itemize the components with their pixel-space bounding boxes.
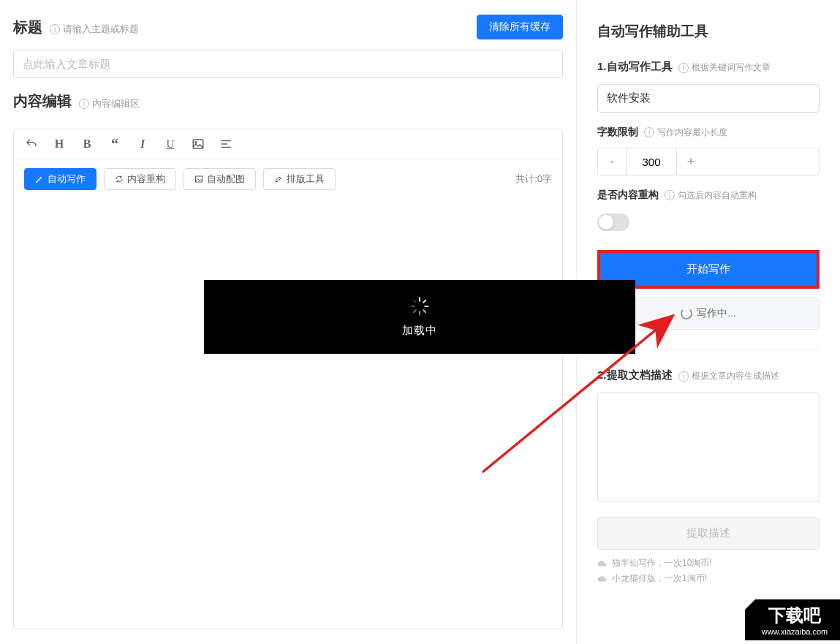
svg-rect-9 [423, 309, 427, 314]
quote-icon[interactable]: “ [107, 137, 122, 151]
editor-textarea[interactable] [14, 199, 562, 629]
layout-tool-button[interactable]: 排版工具 [263, 168, 336, 190]
underline-icon[interactable]: U [163, 137, 178, 151]
info-icon: i [79, 99, 89, 109]
svg-rect-7 [423, 299, 427, 303]
watermark-logo: 下载吧 www.xiazaiba.com [745, 599, 840, 640]
restructure-hint: i 勾选后内容自动重构 [665, 189, 757, 202]
tool-icon [274, 175, 283, 183]
clear-cache-button[interactable]: 清除所有缓存 [477, 15, 563, 39]
section1-title: 1.自动写作工具 [597, 60, 673, 74]
spinner-icon [409, 296, 430, 317]
picture-icon [194, 175, 203, 183]
svg-text:www.xiazaiba.com: www.xiazaiba.com [761, 627, 828, 636]
svg-rect-8 [424, 306, 428, 307]
heading-icon[interactable]: H [52, 137, 67, 151]
svg-rect-6 [419, 297, 420, 301]
loading-text: 加载中 [402, 324, 437, 338]
loading-icon [681, 308, 692, 319]
info-icon: i [644, 127, 654, 137]
svg-rect-12 [410, 306, 415, 307]
wordlimit-value[interactable] [626, 148, 677, 175]
content-section-label: 内容编辑 [13, 91, 72, 111]
restructure-toggle[interactable] [597, 213, 629, 231]
wordlimit-label: 字数限制 [597, 126, 638, 139]
auto-image-button[interactable]: 自动配图 [183, 168, 256, 190]
section1-hint: i 根据关键词写作文章 [678, 61, 771, 74]
info-icon: i [50, 24, 60, 34]
cloud-icon [597, 575, 608, 583]
italic-icon[interactable]: I [135, 137, 150, 151]
svg-rect-5 [196, 176, 203, 182]
loading-overlay: 加载中 [204, 280, 635, 354]
bold-icon[interactable]: B [80, 137, 94, 151]
align-icon[interactable] [219, 137, 233, 151]
svg-rect-10 [419, 311, 420, 315]
refresh-icon [115, 175, 124, 183]
title-hint: i 请输入主题或标题 [50, 23, 139, 36]
image-icon[interactable] [191, 137, 205, 151]
info-icon: i [665, 190, 675, 200]
sidebar-title: 自动写作辅助工具 [597, 22, 820, 41]
content-hint: i 内容编辑区 [79, 97, 140, 110]
restructure-label: 是否内容重构 [597, 189, 659, 202]
editor-container: H B “ I U 自动写作 内容重构 [13, 129, 563, 629]
title-section-label: 标题 [13, 18, 42, 37]
svg-rect-11 [412, 309, 417, 314]
undo-icon[interactable] [24, 137, 39, 151]
extract-description-button[interactable]: 提取描述 [597, 517, 820, 550]
wordlimit-stepper: - + [597, 148, 820, 175]
svg-text:下载吧: 下载吧 [768, 606, 822, 625]
svg-point-1 [195, 142, 197, 143]
description-textarea[interactable] [597, 393, 820, 502]
increment-button[interactable]: + [677, 148, 705, 175]
article-title-input[interactable] [13, 50, 563, 78]
section2-hint: i 根据文章内容生成描述 [678, 370, 779, 382]
cloud-icon [597, 560, 608, 567]
word-count: 共计:0字 [515, 173, 552, 186]
keyword-input[interactable] [597, 84, 820, 113]
section2-title: 2.提取文档描述 [597, 368, 673, 382]
tip-1: 猫半仙写作，一次10淘币! [597, 557, 820, 569]
decrement-button[interactable]: - [598, 148, 626, 175]
pen-icon [35, 175, 44, 183]
wordlimit-hint: i 写作内容最小长度 [644, 126, 727, 139]
info-icon: i [678, 371, 689, 382]
format-toolbar: H B “ I U [14, 129, 562, 159]
reconstruct-button[interactable]: 内容重构 [104, 168, 176, 190]
svg-rect-13 [412, 299, 417, 303]
tip-2: 小龙猫排版，一次1淘币! [597, 572, 820, 585]
auto-write-button[interactable]: 自动写作 [24, 168, 97, 190]
info-icon: i [678, 63, 689, 73]
